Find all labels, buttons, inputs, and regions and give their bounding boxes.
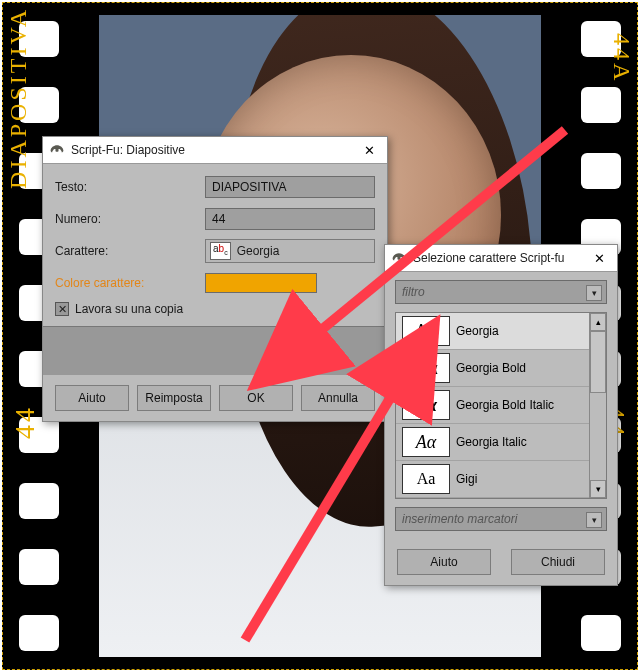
font-item[interactable]: AαGeorgia Bold Italic	[396, 387, 590, 424]
dialog2-title: Selezione carattere Script-fu	[413, 251, 581, 265]
marker-placeholder: inserimento marcatori	[402, 512, 517, 526]
sprocket-hole	[581, 153, 621, 189]
sprocket-hole	[19, 549, 59, 585]
label-numero: Numero:	[55, 212, 205, 226]
svg-point-1	[58, 149, 60, 151]
font-sample-icon: Aα	[402, 390, 450, 420]
checkbox-label: Lavora su una copia	[75, 302, 183, 316]
checkbox-icon: ✕	[55, 302, 69, 316]
dialog-font-selector: Selezione carattere Script-fu ✕ filtro ▾…	[384, 244, 618, 586]
film-num-left: 44	[9, 405, 41, 439]
chevron-down-icon: ▾	[586, 512, 602, 528]
label-carattere: Carattere:	[55, 244, 205, 258]
sprocket-hole	[581, 615, 621, 651]
font-name: Georgia Bold Italic	[456, 398, 554, 412]
svg-point-2	[395, 257, 397, 259]
font-item[interactable]: AαGeorgia Bold	[396, 350, 590, 387]
font-item[interactable]: AaGigi	[396, 461, 590, 498]
marker-combo[interactable]: inserimento marcatori ▾	[395, 507, 607, 531]
input-testo[interactable]: DIAPOSITIVA	[205, 176, 375, 198]
color-button[interactable]	[205, 273, 317, 293]
close-icon[interactable]: ✕	[587, 248, 611, 268]
filter-placeholder: filtro	[402, 285, 425, 299]
scroll-up-icon[interactable]: ▴	[590, 313, 606, 331]
checkbox-row[interactable]: ✕ Lavora su una copia	[55, 302, 375, 316]
sprocket-hole	[581, 87, 621, 123]
font-sample-icon: Aα	[402, 427, 450, 457]
font-picker-button[interactable]: abc Georgia	[205, 239, 375, 263]
sprocket-hole	[19, 615, 59, 651]
font-item[interactable]: AαGeorgia	[396, 313, 590, 350]
page: DIAPOSITIVA 44A 44 44 Script-Fu: Diaposi…	[0, 0, 640, 672]
font-name: Gigi	[456, 472, 477, 486]
font-name: Georgia Italic	[456, 435, 527, 449]
svg-point-3	[400, 257, 402, 259]
dialog-body: Testo: DIAPOSITIVA Numero: 44 Carattere:…	[43, 164, 387, 316]
chevron-down-icon: ▾	[586, 285, 602, 301]
close-icon[interactable]: ✕	[357, 140, 381, 160]
chiudi-button[interactable]: Chiudi	[511, 549, 605, 575]
button-row-2: Aiuto Chiudi	[385, 539, 617, 585]
sprocket-hole	[19, 483, 59, 519]
wilber-icon	[391, 251, 407, 265]
scroll-thumb[interactable]	[590, 331, 606, 393]
reimposta-button[interactable]: Reimposta	[137, 385, 211, 411]
font-item[interactable]: AαGeorgia Italic	[396, 424, 590, 461]
annulla-button[interactable]: Annulla	[301, 385, 375, 411]
font-name: Georgia	[456, 324, 499, 338]
titlebar[interactable]: Script-Fu: Diapositive ✕	[43, 137, 387, 164]
dialog-title: Script-Fu: Diapositive	[71, 143, 351, 157]
aiuto-button-2[interactable]: Aiuto	[397, 549, 491, 575]
aiuto-button[interactable]: Aiuto	[55, 385, 129, 411]
font-sample-icon: Aa	[402, 464, 450, 494]
film-title: DIAPOSITIVA	[5, 7, 32, 189]
dialog2-body: filtro ▾ AαGeorgiaAαGeorgia BoldAαGeorgi…	[385, 272, 617, 531]
label-colore: Colore carattere:	[55, 276, 205, 290]
titlebar-2[interactable]: Selezione carattere Script-fu ✕	[385, 245, 617, 272]
button-row: Aiuto Reimposta OK Annulla	[43, 375, 387, 421]
font-name: Georgia Bold	[456, 361, 526, 375]
ok-button[interactable]: OK	[219, 385, 293, 411]
input-numero[interactable]: 44	[205, 208, 375, 230]
font-list: AαGeorgiaAαGeorgia BoldAαGeorgia Bold It…	[395, 312, 607, 499]
font-picker-value: Georgia	[237, 244, 280, 258]
dialog-diapositive: Script-Fu: Diapositive ✕ Testo: DIAPOSIT…	[42, 136, 388, 422]
wilber-icon	[49, 143, 65, 157]
font-sample-icon: Aα	[402, 316, 450, 346]
preview-panel	[43, 326, 387, 375]
filter-combo[interactable]: filtro ▾	[395, 280, 607, 304]
svg-point-0	[53, 149, 55, 151]
font-sample-icon: Aα	[402, 353, 450, 383]
film-num-a: 44A	[608, 33, 635, 83]
scroll-down-icon[interactable]: ▾	[590, 480, 606, 498]
label-testo: Testo:	[55, 180, 205, 194]
ab-icon: abc	[210, 242, 231, 260]
scrollbar[interactable]: ▴ ▾	[589, 313, 606, 498]
